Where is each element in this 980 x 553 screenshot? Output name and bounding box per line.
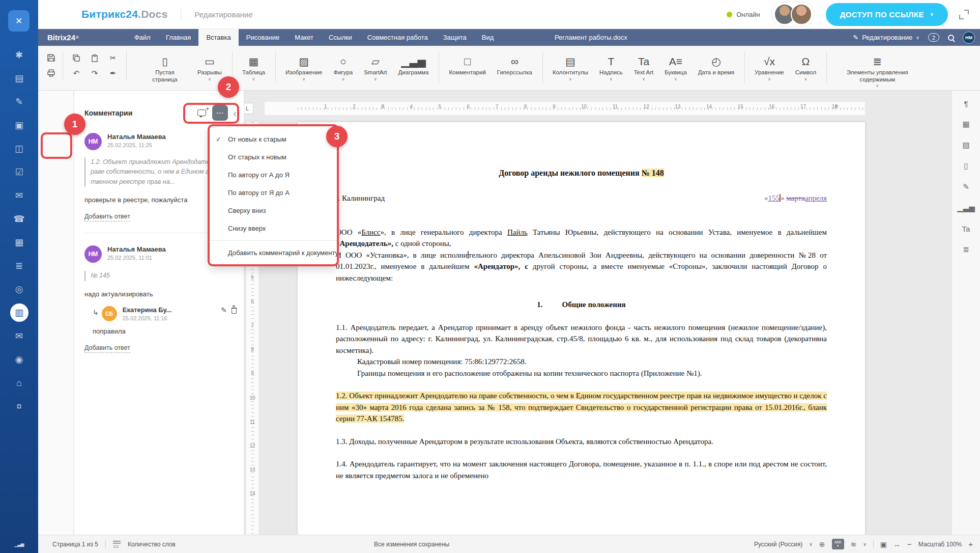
image-settings-icon[interactable]: ▨ xyxy=(962,140,969,151)
toolbar-chart-button[interactable]: ▁▃▅ Диаграмма xyxy=(393,50,435,81)
sidebar-market-icon[interactable]: ¤ xyxy=(10,397,28,416)
toolbar-blank-page-button[interactable]: ▯ Пустая страница xyxy=(138,50,192,88)
toolbar-comment-button[interactable]: □ Комментарий xyxy=(443,50,491,81)
sidebar-analytics-icon[interactable]: ▁▃▅ xyxy=(0,542,38,547)
toolbar-button-icon: Ω xyxy=(802,50,810,67)
print-button[interactable] xyxy=(45,69,56,78)
menu-tab-file[interactable]: Файл xyxy=(127,29,158,46)
chevron-down-icon: ∨ xyxy=(341,77,344,82)
signature-icon[interactable]: ✎ xyxy=(963,181,969,192)
undo-icon[interactable]: ↶ xyxy=(71,69,82,78)
paste-button[interactable] xyxy=(89,53,100,63)
sort-newest-first[interactable]: ✓ От новых к старым xyxy=(210,130,337,148)
sidebar-calendar-icon[interactable]: ▦ xyxy=(10,233,28,252)
toolbar-symbol-button[interactable]: Ω Символ ∨ xyxy=(790,50,822,81)
sidebar-company-icon[interactable]: ⌂ xyxy=(10,374,28,392)
zoom-out-button[interactable]: − xyxy=(907,540,912,548)
chevron-down-icon: ∨ xyxy=(809,542,813,547)
user-avatar[interactable]: НМ xyxy=(963,32,975,44)
menu-tab-collaboration[interactable]: Совместная работа xyxy=(360,29,436,46)
toolbar-button-label: Колонтитулы xyxy=(553,69,588,76)
toolbar-smartart-button[interactable]: ▱ SmartArt ∨ xyxy=(358,50,392,81)
sidebar-phone-icon[interactable]: ☎ xyxy=(10,210,28,228)
toolbar-table-button[interactable]: ▦ Таблица ∨ xyxy=(237,50,271,81)
delete-comment-icon[interactable] xyxy=(232,308,237,314)
format-painter-icon[interactable]: ✒ xyxy=(107,69,119,78)
menu-tab-view[interactable]: Вид xyxy=(474,29,502,46)
toolbar-header-footer-button[interactable]: ▤ Колонтитулы ∨ xyxy=(547,50,594,81)
menu-tab-protection[interactable]: Защита xyxy=(436,29,474,46)
share-access-button[interactable]: ДОСТУП ПО ССЫЛКЕ ∨ xyxy=(826,3,948,26)
search-icon[interactable] xyxy=(948,35,954,41)
globe-icon[interactable]: ⊕ xyxy=(819,540,825,548)
sidebar-drive-icon[interactable]: ≣ xyxy=(10,257,28,275)
add-document-comment-item[interactable]: Добавить комментарий к документу xyxy=(210,244,337,262)
indent-marker[interactable]: ✕ xyxy=(381,103,385,109)
toolbar-drop-cap-button[interactable]: A≡ Буквица ∨ xyxy=(659,50,693,81)
add-reply-link[interactable]: Добавить ответ xyxy=(84,213,130,222)
table-settings-icon[interactable]: ▦ xyxy=(962,119,969,130)
menu-tab-insert[interactable]: Вставка xyxy=(198,29,238,46)
collaborators-count-badge[interactable]: 2 xyxy=(928,33,939,42)
menu-tab-layout[interactable]: Макет xyxy=(287,29,321,46)
text-art-settings-icon[interactable]: Ta xyxy=(962,223,970,234)
sort-oldest-first[interactable]: От старых к новым xyxy=(210,148,337,166)
sort-author-az[interactable]: По автору от А до Я xyxy=(210,166,337,184)
divider xyxy=(873,540,874,548)
redo-icon[interactable]: ↷ xyxy=(89,69,100,78)
sidebar-chat-icon[interactable]: ✉ xyxy=(10,186,28,205)
fit-width-icon[interactable]: ↔ xyxy=(893,540,901,548)
editing-mode-dropdown[interactable]: ✎ Редактирование ∨ xyxy=(853,34,919,41)
toolbar-date-time-button[interactable]: ◴ Дата и время xyxy=(693,50,740,81)
comments-sort-menu-button[interactable]: ··· xyxy=(212,105,228,121)
menu-tab-references[interactable]: Ссылки xyxy=(321,29,360,46)
toolbar-equation-button[interactable]: √x Уравнение ∨ xyxy=(749,50,790,81)
copy-button[interactable] xyxy=(71,53,82,63)
fit-page-icon[interactable]: ▣ xyxy=(880,540,887,548)
sidebar-pulse-icon[interactable]: ✱ xyxy=(10,46,28,64)
chart-settings-icon[interactable]: ▁▃▅ xyxy=(957,202,975,213)
references-icon[interactable]: ≣ xyxy=(963,244,969,255)
zoom-in-button[interactable]: + xyxy=(968,540,973,548)
sidebar-tasks-icon[interactable]: ☑ xyxy=(10,163,28,181)
document-page[interactable]: Договор аренды нежилого помещения № 148 … xyxy=(298,122,865,535)
collapse-panel-icon[interactable]: ‹ xyxy=(233,108,237,118)
word-count-label[interactable]: Количество слов xyxy=(128,541,176,548)
toolbar-shape-button[interactable]: ○ Фигура ∨ xyxy=(328,50,358,81)
menu-tab-home[interactable]: Главная xyxy=(158,29,198,46)
indent-marker[interactable]: ✕ xyxy=(834,103,839,109)
toolbar-text-box-button[interactable]: T Надпись ∨ xyxy=(594,50,628,81)
fullscreen-icon[interactable] xyxy=(959,10,969,19)
cut-icon[interactable]: ✂ xyxy=(107,53,119,63)
spellcheck-icon[interactable]: АБВ▾ xyxy=(832,539,844,549)
sidebar-crm-icon[interactable]: ◎ xyxy=(10,280,28,298)
sidebar-docs-icon[interactable]: ▥ xyxy=(10,303,28,322)
page-settings-icon[interactable]: ▯ xyxy=(964,160,968,172)
sidebar-contacts-icon[interactable]: ▣ xyxy=(10,116,28,134)
sidebar-feed-icon[interactable]: ▤ xyxy=(10,69,28,88)
toolbar-hyperlink-button[interactable]: ∞ Гиперссылка xyxy=(492,50,538,81)
menu-tabs: ФайлГлавнаяВставкаРисованиеМакетСсылкиСо… xyxy=(127,29,501,46)
paragraph-marks-icon[interactable]: ¶ xyxy=(964,98,968,109)
sidebar-people-icon[interactable]: ◉ xyxy=(10,350,28,369)
track-changes-icon[interactable]: ≋ xyxy=(851,540,857,548)
sidebar-compose-icon[interactable]: ✎ xyxy=(10,93,28,111)
page-count[interactable]: Страница 1 из 5 xyxy=(52,541,98,548)
edit-comment-icon[interactable]: ✎ xyxy=(221,306,227,314)
menu-tab-draw[interactable]: Рисование xyxy=(239,29,287,46)
sidebar-video-icon[interactable]: ◫ xyxy=(10,140,28,158)
add-reply-link[interactable]: Добавить ответ xyxy=(84,344,130,353)
collaborator-avatars[interactable] xyxy=(771,2,815,27)
close-icon[interactable]: ✕ xyxy=(8,10,30,32)
toolbar-content-controls-button[interactable]: ≣ Элементы управления содержимым ∨ xyxy=(831,50,924,88)
sort-author-za[interactable]: По автору от Я до А xyxy=(210,184,337,202)
sort-top-down[interactable]: Сверху вниз xyxy=(210,202,337,219)
sidebar-mail-icon[interactable]: ✉ xyxy=(10,327,28,345)
toolbar-breaks-button[interactable]: ▭ Разрывы ∨ xyxy=(192,50,227,81)
sort-bottom-up[interactable]: Снизу вверх xyxy=(210,219,337,237)
save-button[interactable] xyxy=(45,53,56,63)
toolbar-text-art-button[interactable]: Ta Text Art ∨ xyxy=(628,50,659,81)
add-comment-icon[interactable] xyxy=(197,109,206,116)
language-selector[interactable]: Русский (Россия) xyxy=(754,541,802,548)
toolbar-image-button[interactable]: ▨ Изображение ∨ xyxy=(280,50,328,81)
